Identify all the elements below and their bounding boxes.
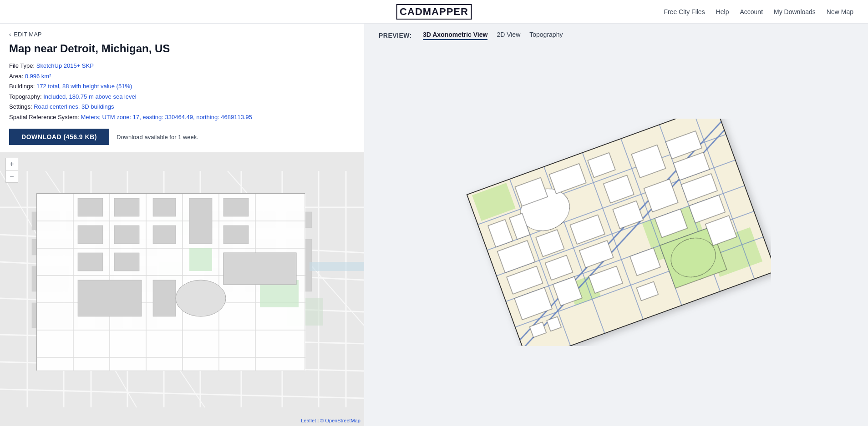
logo-mapper: MAPPER: [423, 6, 468, 17]
zoom-out-button[interactable]: −: [6, 170, 18, 182]
srs-row: Spatial Reference System: Meters; UTM zo…: [9, 113, 355, 122]
svg-rect-74: [223, 253, 296, 285]
area-label: Area:: [9, 73, 23, 80]
file-type-label: File Type:: [9, 62, 35, 69]
nav-account[interactable]: Account: [740, 8, 763, 15]
left-panel: ‹ EDIT MAP Map near Detroit, Michigan, U…: [0, 24, 364, 426]
settings-label: Settings:: [9, 103, 32, 110]
axonometric-preview: [462, 119, 771, 355]
svg-rect-59: [114, 198, 139, 216]
nav-my-downloads[interactable]: My Downloads: [774, 8, 816, 15]
svg-rect-63: [114, 253, 139, 271]
settings-value: Road centerlines, 3D buildings: [34, 103, 114, 110]
svg-rect-62: [78, 253, 103, 271]
topography-value: Included, 180.75 m above sea level: [43, 93, 137, 100]
svg-rect-61: [114, 226, 139, 244]
zoom-controls: + −: [5, 158, 18, 183]
map-title: Map near Detroit, Michigan, US: [9, 42, 355, 55]
tab-topography[interactable]: Topography: [529, 31, 563, 40]
edit-map-label: EDIT MAP: [14, 31, 41, 38]
area-row: Area: 0.996 km²: [9, 72, 355, 81]
file-type-value: SketchUp 2015+ SKP: [36, 62, 94, 69]
preview-header: PREVIEW: 3D Axonometric View 2D View Top…: [364, 24, 868, 47]
axon-svg: [462, 119, 771, 346]
header-nav: Free City Files Help Account My Download…: [664, 8, 853, 15]
settings-row: Settings: Road centerlines, 3D buildings: [9, 102, 355, 111]
file-type-row: File Type: SketchUp 2015+ SKP: [9, 61, 355, 70]
main-content: ‹ EDIT MAP Map near Detroit, Michigan, U…: [0, 24, 868, 426]
left-info: ‹ EDIT MAP Map near Detroit, Michigan, U…: [0, 24, 364, 152]
buildings-label: Buildings:: [9, 83, 35, 90]
map-attribution: Leaflet | © OpenStreetMap: [301, 418, 360, 423]
svg-rect-69: [78, 280, 142, 316]
svg-rect-70: [153, 280, 176, 316]
svg-rect-66: [189, 198, 212, 244]
buildings-value: 172 total, 88 with height value (51%): [36, 83, 132, 90]
tab-3d-axonometric[interactable]: 3D Axonometric View: [423, 31, 487, 40]
leaflet-link[interactable]: Leaflet: [301, 418, 316, 423]
svg-rect-71: [189, 248, 212, 271]
osm-link[interactable]: © OpenStreetMap: [320, 418, 360, 423]
svg-rect-44: [310, 262, 364, 271]
svg-rect-68: [223, 226, 249, 244]
back-arrow-icon: ‹: [9, 31, 11, 38]
srs-value: Meters; UTM zone: 17, easting: 330464.49…: [81, 114, 253, 120]
svg-point-73: [176, 280, 226, 316]
logo-box: CADMAPPER: [396, 4, 472, 20]
svg-rect-60: [78, 226, 103, 244]
download-row: DOWNLOAD (456.9 KB) Download available f…: [9, 129, 355, 145]
header: CADMAPPER Free City Files Help Account M…: [0, 0, 868, 24]
tab-2d-view[interactable]: 2D View: [497, 31, 520, 40]
download-note: Download available for 1 week.: [117, 134, 198, 140]
buildings-row: Buildings: 172 total, 88 with height val…: [9, 82, 355, 91]
map-container[interactable]: + − Leaflet | © OpenStreetMap: [0, 152, 364, 426]
nav-new-map[interactable]: New Map: [827, 8, 853, 15]
nav-help[interactable]: Help: [716, 8, 729, 15]
svg-rect-65: [153, 226, 176, 244]
info-grid: File Type: SketchUp 2015+ SKP Area: 0.99…: [9, 61, 355, 121]
srs-label: Spatial Reference System:: [9, 114, 79, 120]
zoom-in-button[interactable]: +: [6, 158, 18, 170]
overlay-svg: [37, 194, 305, 371]
edit-map-link[interactable]: ‹ EDIT MAP: [9, 31, 355, 38]
preview-label: PREVIEW:: [379, 32, 412, 39]
preview-area: [364, 47, 868, 426]
svg-rect-67: [223, 198, 249, 216]
logo: CADMAPPER: [396, 4, 472, 20]
download-button[interactable]: DOWNLOAD (456.9 KB): [9, 129, 109, 145]
topography-row: Topography: Included, 180.75 m above sea…: [9, 92, 355, 101]
preview-tabs: 3D Axonometric View 2D View Topography: [423, 31, 563, 40]
area-value: 0.996 km²: [25, 73, 51, 80]
svg-rect-64: [153, 198, 176, 216]
topography-label: Topography:: [9, 93, 42, 100]
right-panel: PREVIEW: 3D Axonometric View 2D View Top…: [364, 24, 868, 426]
logo-cad: CAD: [400, 6, 423, 17]
map-selection-overlay: [36, 193, 305, 371]
svg-rect-58: [78, 198, 103, 216]
nav-free-city-files[interactable]: Free City Files: [664, 8, 705, 15]
